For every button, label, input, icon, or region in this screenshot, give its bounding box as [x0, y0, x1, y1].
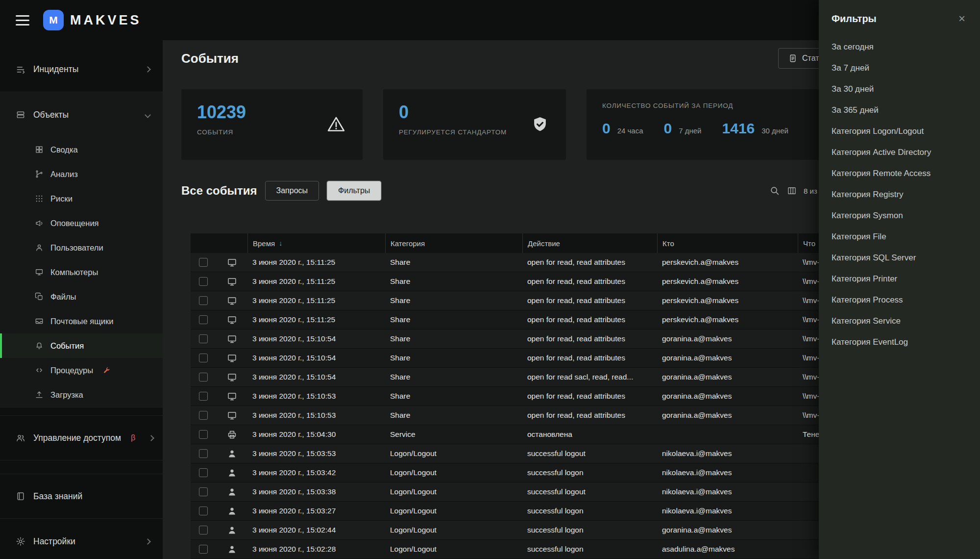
- computer-icon: [227, 296, 237, 306]
- row-checkbox[interactable]: [199, 258, 208, 267]
- filter-option[interactable]: За 365 дней: [819, 100, 980, 121]
- close-icon[interactable]: ×: [958, 13, 965, 25]
- column-label: Кто: [662, 239, 674, 248]
- row-checkbox[interactable]: [199, 430, 208, 439]
- megaphone-icon: [35, 219, 44, 228]
- row-checkbox[interactable]: [199, 487, 208, 496]
- header-checkbox-cell: [191, 233, 216, 253]
- cell-who: nikolaeva.i@makves: [657, 449, 798, 458]
- cell-action: successful logout: [522, 487, 657, 496]
- row-checkbox[interactable]: [199, 315, 208, 324]
- bell-icon: [35, 341, 44, 350]
- filters-button[interactable]: Фильтры: [327, 181, 381, 201]
- period-7d-label: 7 дней: [679, 127, 701, 135]
- filter-option[interactable]: Категория Sysmon: [819, 205, 980, 226]
- column-header-who[interactable]: Кто: [657, 233, 798, 253]
- sidebar-item-analysis[interactable]: Анализ: [0, 162, 163, 186]
- cell-who: goranina.a@makves: [657, 334, 798, 343]
- cell-time: 3 июня 2020 г., 15:11:25: [247, 296, 385, 305]
- sidebar-item-settings[interactable]: Настройки: [0, 519, 163, 559]
- events-total-label: СОБЫТИЯ: [197, 128, 347, 136]
- row-checkbox[interactable]: [199, 545, 208, 554]
- sidebar-item-files[interactable]: Файлы: [0, 284, 163, 309]
- cell-category: Share: [385, 296, 522, 305]
- row-checkbox[interactable]: [199, 392, 208, 401]
- cell-who: goranina.a@makves: [657, 526, 798, 534]
- filter-option[interactable]: Категория Registry: [819, 184, 980, 205]
- filter-option[interactable]: Категория EventLog: [819, 331, 980, 353]
- cell-action: open for read sacl, read, read...: [522, 373, 657, 381]
- column-header-category[interactable]: Категория: [385, 233, 522, 253]
- beta-badge: β: [131, 433, 135, 442]
- search-icon[interactable]: [769, 185, 780, 196]
- sidebar-item-label: Пользователи: [50, 243, 103, 253]
- cell-action: successful logon: [522, 526, 657, 534]
- filter-option[interactable]: За 30 дней: [819, 78, 980, 100]
- cell-time: 3 июня 2020 г., 15:11:25: [247, 315, 385, 324]
- shield-check-icon: [531, 115, 549, 134]
- row-checkbox[interactable]: [199, 507, 208, 515]
- sidebar-item-computers[interactable]: Компьютеры: [0, 260, 163, 284]
- row-checkbox[interactable]: [199, 354, 208, 362]
- cell-who: asadulina.a@makves: [657, 545, 798, 554]
- cell-who: goranina.a@makves: [657, 354, 798, 362]
- columns-icon[interactable]: [787, 186, 797, 196]
- filter-option[interactable]: Категория Process: [819, 289, 980, 310]
- row-checkbox[interactable]: [199, 449, 208, 458]
- book-icon: [16, 491, 25, 501]
- cell-action: open for read, read attributes: [522, 334, 657, 343]
- sidebar-item-mailboxes[interactable]: Почтовые ящики: [0, 309, 163, 333]
- filter-option[interactable]: Категория Remote Access: [819, 163, 980, 184]
- brand-logo[interactable]: M MAKVES: [43, 10, 142, 30]
- users-group-icon: [16, 433, 25, 443]
- sidebar-item-knowledge-base[interactable]: База знаний: [0, 474, 163, 519]
- sidebar-item-risks[interactable]: Риски: [0, 186, 163, 211]
- filter-option[interactable]: За 7 дней: [819, 57, 980, 78]
- cell-category: Share: [385, 277, 522, 286]
- filter-option[interactable]: Категория Logon/Logout: [819, 121, 980, 142]
- row-checkbox[interactable]: [199, 468, 208, 477]
- sidebar-item-procedures[interactable]: Процедуры: [0, 358, 163, 382]
- sidebar-item-users[interactable]: Пользователи: [0, 235, 163, 260]
- column-label: Время: [253, 239, 275, 248]
- cell-action: open for read, read attributes: [522, 258, 657, 267]
- sidebar-item-events[interactable]: События: [0, 333, 163, 358]
- sidebar-item-alerts[interactable]: Оповещения: [0, 211, 163, 235]
- cell-time: 3 июня 2020 г., 15:03:27: [247, 507, 385, 515]
- menu-icon[interactable]: [16, 12, 29, 28]
- column-header-time[interactable]: Время ↓: [247, 233, 385, 253]
- cell-category: Logon/Logout: [385, 487, 522, 496]
- sidebar-item-objects[interactable]: Объекты: [0, 92, 163, 137]
- cell-time: 3 июня 2020 г., 15:04:30: [247, 430, 385, 439]
- sidebar-item-upload[interactable]: Загрузка: [0, 382, 163, 407]
- user-icon: [227, 525, 237, 535]
- cell-who: goranina.a@makves: [657, 392, 798, 401]
- user-icon: [35, 243, 44, 252]
- row-checkbox[interactable]: [199, 411, 208, 420]
- filter-option[interactable]: За сегодня: [819, 36, 980, 57]
- cell-time: 3 июня 2020 г., 15:11:25: [247, 277, 385, 286]
- filter-option[interactable]: Категория Printer: [819, 268, 980, 289]
- cell-who: nikolaeva.i@makves: [657, 487, 798, 496]
- row-checkbox[interactable]: [199, 334, 208, 343]
- cell-action: open for read, read attributes: [522, 296, 657, 305]
- row-checkbox[interactable]: [199, 373, 208, 381]
- filter-option[interactable]: Категория Active Directory: [819, 142, 980, 163]
- sidebar-item-summary[interactable]: Сводка: [0, 137, 163, 162]
- sidebar-item-access-management[interactable]: Управление доступом β: [0, 415, 163, 460]
- row-checkbox[interactable]: [199, 296, 208, 305]
- row-checkbox[interactable]: [199, 526, 208, 534]
- filter-option[interactable]: Категория File: [819, 226, 980, 247]
- computer-icon: [227, 277, 237, 287]
- row-checkbox[interactable]: [199, 277, 208, 286]
- filter-option[interactable]: Категория SQL Server: [819, 247, 980, 268]
- cell-category: Share: [385, 392, 522, 401]
- cell-time: 3 июня 2020 г., 15:10:54: [247, 334, 385, 343]
- column-header-action[interactable]: Действие: [522, 233, 657, 253]
- cell-who: perskevich.a@makves: [657, 296, 798, 305]
- sidebar-item-incidents[interactable]: Инциденты: [0, 47, 163, 92]
- cell-category: Share: [385, 334, 522, 343]
- filter-option[interactable]: Категория Service: [819, 310, 980, 331]
- cell-category: Share: [385, 354, 522, 362]
- queries-button[interactable]: Запросы: [265, 181, 319, 201]
